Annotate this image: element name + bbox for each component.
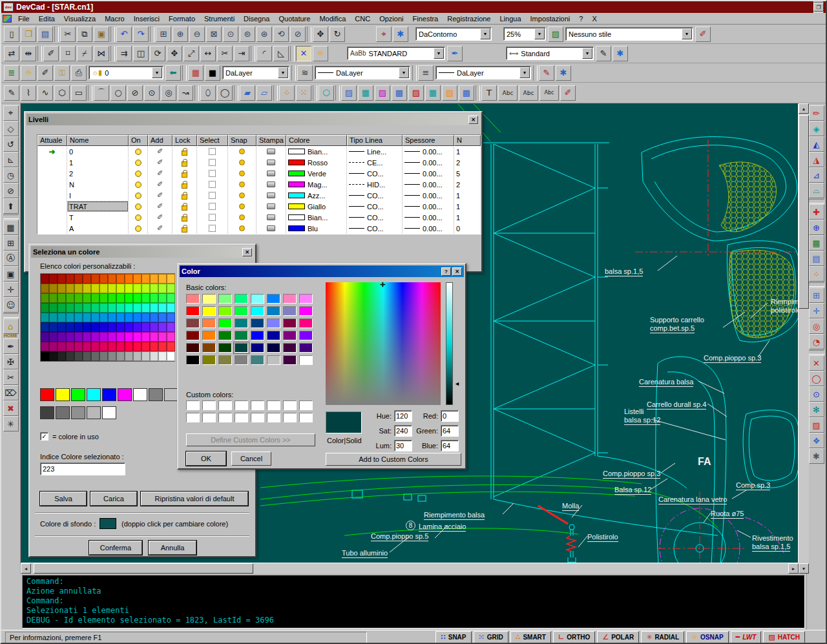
palette-swatch[interactable] <box>49 284 58 293</box>
palette-swatch[interactable] <box>91 313 99 322</box>
horizontal-scrollbar[interactable]: ◄ ► <box>21 563 799 574</box>
palette-swatch[interactable] <box>99 322 108 332</box>
hue-saturation-field[interactable] <box>326 282 441 405</box>
palette-swatch[interactable] <box>49 313 58 322</box>
palette-swatch[interactable] <box>58 313 66 322</box>
custom-color-swatch[interactable] <box>235 400 248 410</box>
palette-swatch[interactable] <box>108 351 116 361</box>
cut-button[interactable]: ✂ <box>60 26 76 42</box>
palette-swatch[interactable] <box>150 293 158 303</box>
angle-button[interactable]: ⊿ <box>809 167 824 183</box>
diamond-tool-button[interactable]: ◇ <box>3 121 19 136</box>
basic-color-swatch[interactable] <box>283 355 297 365</box>
layer-add-icon[interactable]: ✐ <box>157 158 163 167</box>
basic-color-swatch[interactable] <box>218 318 232 328</box>
zoom-scale-button[interactable]: ⊘ <box>290 26 306 42</box>
hatch-style-button[interactable]: ▨ <box>548 26 563 42</box>
column-header-nome[interactable]: Nome <box>67 135 129 146</box>
avatar-button[interactable]: ☺ <box>3 297 19 313</box>
extend-button[interactable]: ⇥ <box>234 46 249 61</box>
layer-lock-icon[interactable] <box>182 216 187 222</box>
color-combo-dropdown-icon[interactable]: ▼ <box>278 67 288 78</box>
select-tool-button[interactable]: ⌖ <box>3 105 19 121</box>
zoom-extents-button[interactable]: ⊠ <box>206 26 222 42</box>
basic-color-swatch[interactable] <box>267 318 280 328</box>
layer-on-icon[interactable] <box>135 225 141 232</box>
menu-cnc[interactable]: CNC <box>350 14 375 24</box>
palette-swatch[interactable] <box>91 342 99 351</box>
palette-swatch[interactable] <box>41 274 49 284</box>
custom-color-swatch[interactable] <box>299 413 313 422</box>
layer-print-button[interactable]: ⎙ <box>71 65 87 81</box>
layer-row-i[interactable]: I✐Azz...CO...0.00...1 <box>37 190 481 201</box>
layer-add-icon[interactable]: ✐ <box>157 213 163 222</box>
lineweight-cell[interactable]: 0.00... <box>403 223 454 234</box>
grid-tool-button[interactable]: ▦ <box>3 220 19 235</box>
snow-button[interactable]: ✻ <box>809 402 824 417</box>
table-tool-button[interactable]: ⊞ <box>3 235 19 251</box>
palette-swatch[interactable] <box>58 303 66 313</box>
palette-swatch[interactable] <box>74 293 83 303</box>
filter-button[interactable]: ✱ <box>393 26 408 42</box>
palette-swatch[interactable] <box>58 342 66 351</box>
rectangle-button[interactable]: ▭ <box>71 85 87 101</box>
layer-on-icon[interactable] <box>135 192 141 199</box>
quick-color-swatch[interactable] <box>71 388 85 401</box>
column-header-on[interactable]: On <box>129 135 148 146</box>
layer-print-icon[interactable] <box>267 160 275 165</box>
fillet-button[interactable]: ◜ <box>256 46 272 61</box>
palette-swatch[interactable] <box>150 303 158 313</box>
palette-swatch[interactable] <box>108 332 116 342</box>
column-header-stampa[interactable]: Stampa <box>256 135 286 146</box>
palette-swatch[interactable] <box>133 322 141 332</box>
draw-pen-button[interactable]: ✎ <box>4 85 19 101</box>
restore-button[interactable]: ❐ <box>813 3 824 12</box>
layer-row-t[interactable]: T✐Bian...CO...0.00...1 <box>37 212 481 223</box>
sat-input[interactable] <box>394 425 412 437</box>
basic-color-swatch[interactable] <box>218 343 232 353</box>
palette-swatch[interactable] <box>150 313 158 322</box>
quick-color-swatch[interactable] <box>56 388 70 401</box>
donut-button[interactable]: ◎ <box>161 85 176 101</box>
palette-swatch[interactable] <box>158 284 167 293</box>
palette-swatch[interactable] <box>116 351 125 361</box>
basic-color-swatch[interactable] <box>218 355 232 365</box>
palette-swatch[interactable] <box>167 332 175 342</box>
palette-swatch[interactable] <box>74 303 83 313</box>
palette-swatch[interactable] <box>66 313 74 322</box>
palette-swatch[interactable] <box>99 274 108 284</box>
lineweight-combo-dropdown-icon[interactable]: ▼ <box>519 67 530 78</box>
palette-swatch[interactable] <box>83 303 91 313</box>
basic-color-swatch[interactable] <box>186 306 200 316</box>
scroll-up-button[interactable]: ▲ <box>799 103 809 114</box>
basic-color-swatch[interactable] <box>251 306 264 316</box>
layer-snap-icon[interactable] <box>239 192 245 198</box>
copy-button[interactable]: ⧉ <box>77 26 92 42</box>
basic-color-swatch[interactable] <box>218 306 232 316</box>
hatch-6-button[interactable]: ▦ <box>425 85 441 101</box>
gear-button[interactable]: ✱ <box>809 448 824 464</box>
layer-snap-icon[interactable] <box>239 203 245 209</box>
daylight-button[interactable]: ☼ <box>313 46 328 61</box>
point-style-button[interactable]: ⁙ <box>296 85 311 101</box>
basic-color-swatch[interactable] <box>202 294 216 304</box>
palette-swatch[interactable] <box>49 303 58 313</box>
custom-color-swatch[interactable] <box>267 400 280 410</box>
text-align-button[interactable]: Abc <box>519 85 538 101</box>
palette-swatch[interactable] <box>41 322 49 332</box>
circle-blue-button[interactable]: ⊙ <box>809 386 824 402</box>
match-properties-button[interactable]: ✎ <box>539 65 554 81</box>
palette-swatch[interactable] <box>99 351 108 361</box>
palette-swatch[interactable] <box>125 332 133 342</box>
palette-swatch[interactable] <box>133 293 141 303</box>
palette-swatch[interactable] <box>150 322 158 332</box>
command-line-area[interactable]: Command:Azione annullataCommand:Selezion… <box>22 575 805 628</box>
menu-file[interactable]: File <box>14 14 34 24</box>
palette-swatch[interactable] <box>74 351 83 361</box>
menu-inserisci[interactable]: Inserisci <box>129 14 164 24</box>
quick-color-swatch[interactable] <box>87 388 101 401</box>
menu-lingua[interactable]: Lingua <box>496 14 526 24</box>
arc-seg-button[interactable]: ⌓ <box>809 183 824 198</box>
basic-color-swatch[interactable] <box>283 318 297 328</box>
layer-row-a[interactable]: A✐BluCO...0.00...0 <box>37 223 481 234</box>
